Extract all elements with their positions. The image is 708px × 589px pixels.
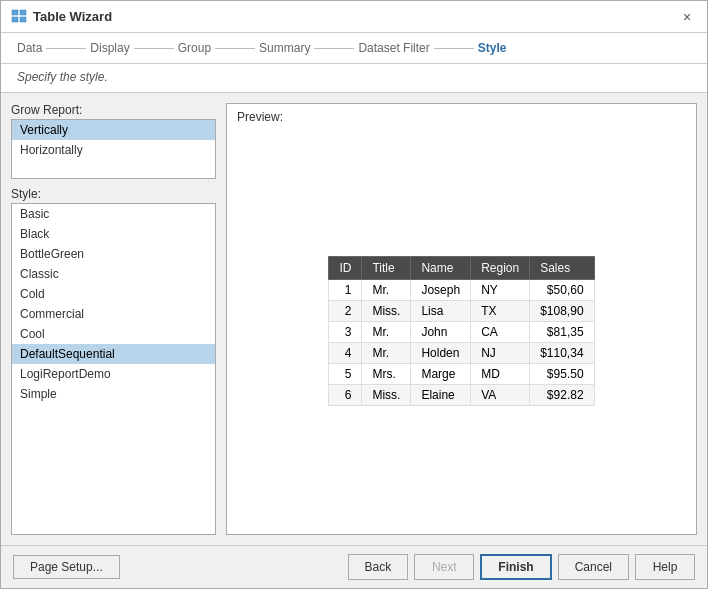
- col-header-region: Region: [471, 257, 530, 280]
- style-item-bottlegreen[interactable]: BottleGreen: [12, 244, 215, 264]
- table-cell: 1: [329, 280, 362, 301]
- step-style: Style: [478, 41, 507, 55]
- table-cell: NY: [471, 280, 530, 301]
- style-item-commercial[interactable]: Commercial: [12, 304, 215, 324]
- step-display: Display: [90, 41, 129, 55]
- style-item-cold[interactable]: Cold: [12, 284, 215, 304]
- table-wizard-dialog: Table Wizard × Data Display Group Summar…: [0, 0, 708, 589]
- grow-report-label: Grow Report:: [11, 103, 216, 117]
- finish-button[interactable]: Finish: [480, 554, 551, 580]
- title-bar: Table Wizard ×: [1, 1, 707, 33]
- subtitle-bar: Specify the style.: [1, 64, 707, 93]
- wizard-steps: Data Display Group Summary Dataset Filte…: [1, 33, 707, 64]
- style-item-simple[interactable]: Simple: [12, 384, 215, 404]
- table-cell: 5: [329, 364, 362, 385]
- table-cell: 6: [329, 385, 362, 406]
- title-bar-left: Table Wizard: [11, 9, 112, 25]
- step-summary: Summary: [259, 41, 310, 55]
- table-cell: VA: [471, 385, 530, 406]
- table-cell: Holden: [411, 343, 471, 364]
- style-item-black[interactable]: Black: [12, 224, 215, 244]
- table-cell: $95.50: [530, 364, 594, 385]
- help-button[interactable]: Help: [635, 554, 695, 580]
- table-cell: Mr.: [362, 343, 411, 364]
- step-sep-4: [314, 48, 354, 49]
- table-cell: Elaine: [411, 385, 471, 406]
- table-cell: Joseph: [411, 280, 471, 301]
- col-header-title: Title: [362, 257, 411, 280]
- step-datasetfilter: Dataset Filter: [358, 41, 429, 55]
- step-sep-2: [134, 48, 174, 49]
- style-item-logireportdemo[interactable]: LogiReportDemo: [12, 364, 215, 384]
- table-cell: Miss.: [362, 301, 411, 322]
- grow-report-item-vertically[interactable]: Vertically: [12, 120, 215, 140]
- table-cell: $50,60: [530, 280, 594, 301]
- table-cell: NJ: [471, 343, 530, 364]
- step-group: Group: [178, 41, 211, 55]
- step-sep-3: [215, 48, 255, 49]
- table-cell: Miss.: [362, 385, 411, 406]
- table-cell: 2: [329, 301, 362, 322]
- back-button[interactable]: Back: [348, 554, 409, 580]
- grow-report-section: Grow Report: Vertically Horizontally: [11, 103, 216, 179]
- step-sep-5: [434, 48, 474, 49]
- right-panel: Preview: ID Title Name Region Sales 1Mr.…: [226, 103, 697, 535]
- table-row: 6Miss.ElaineVA$92.82: [329, 385, 594, 406]
- wizard-icon: [11, 9, 27, 25]
- col-header-name: Name: [411, 257, 471, 280]
- step-data: Data: [17, 41, 42, 55]
- table-row: 4Mr.HoldenNJ$110,34: [329, 343, 594, 364]
- svg-rect-3: [20, 17, 26, 22]
- table-cell: CA: [471, 322, 530, 343]
- style-list[interactable]: Basic Black BottleGreen Classic Cold Com…: [11, 203, 216, 535]
- preview-label: Preview:: [227, 104, 696, 128]
- cancel-button[interactable]: Cancel: [558, 554, 629, 580]
- footer-left: Page Setup...: [13, 555, 120, 579]
- svg-rect-2: [12, 17, 18, 22]
- table-cell: 3: [329, 322, 362, 343]
- style-item-basic[interactable]: Basic: [12, 204, 215, 224]
- table-cell: Lisa: [411, 301, 471, 322]
- dialog-title: Table Wizard: [33, 9, 112, 24]
- table-row: 3Mr.JohnCA$81,35: [329, 322, 594, 343]
- table-cell: $81,35: [530, 322, 594, 343]
- style-item-cool[interactable]: Cool: [12, 324, 215, 344]
- table-cell: Mr.: [362, 322, 411, 343]
- table-cell: MD: [471, 364, 530, 385]
- table-row: 1Mr.JosephNY$50,60: [329, 280, 594, 301]
- preview-area: ID Title Name Region Sales 1Mr.JosephNY$…: [227, 128, 696, 534]
- col-header-id: ID: [329, 257, 362, 280]
- left-panel: Grow Report: Vertically Horizontally Sty…: [11, 103, 216, 535]
- subtitle-text: Specify the style.: [17, 70, 108, 84]
- col-header-sales: Sales: [530, 257, 594, 280]
- preview-table: ID Title Name Region Sales 1Mr.JosephNY$…: [328, 256, 594, 406]
- footer-right: Back Next Finish Cancel Help: [348, 554, 695, 580]
- close-button[interactable]: ×: [677, 7, 697, 27]
- step-sep-1: [46, 48, 86, 49]
- style-label: Style:: [11, 187, 216, 201]
- grow-report-item-horizontally[interactable]: Horizontally: [12, 140, 215, 160]
- next-button[interactable]: Next: [414, 554, 474, 580]
- table-cell: Mrs.: [362, 364, 411, 385]
- table-cell: $92.82: [530, 385, 594, 406]
- table-cell: Marge: [411, 364, 471, 385]
- grow-report-list[interactable]: Vertically Horizontally: [11, 119, 216, 179]
- table-cell: $108,90: [530, 301, 594, 322]
- table-cell: Mr.: [362, 280, 411, 301]
- svg-rect-1: [20, 10, 26, 15]
- table-cell: TX: [471, 301, 530, 322]
- table-row: 5Mrs.MargeMD$95.50: [329, 364, 594, 385]
- style-item-classic[interactable]: Classic: [12, 264, 215, 284]
- table-row: 2Miss.LisaTX$108,90: [329, 301, 594, 322]
- table-cell: John: [411, 322, 471, 343]
- page-setup-button[interactable]: Page Setup...: [13, 555, 120, 579]
- style-item-defaultsequential[interactable]: DefaultSequential: [12, 344, 215, 364]
- svg-rect-0: [12, 10, 18, 15]
- table-cell: $110,34: [530, 343, 594, 364]
- style-section: Style: Basic Black BottleGreen Classic C…: [11, 187, 216, 535]
- table-cell: 4: [329, 343, 362, 364]
- main-content: Grow Report: Vertically Horizontally Sty…: [1, 93, 707, 545]
- footer: Page Setup... Back Next Finish Cancel He…: [1, 545, 707, 588]
